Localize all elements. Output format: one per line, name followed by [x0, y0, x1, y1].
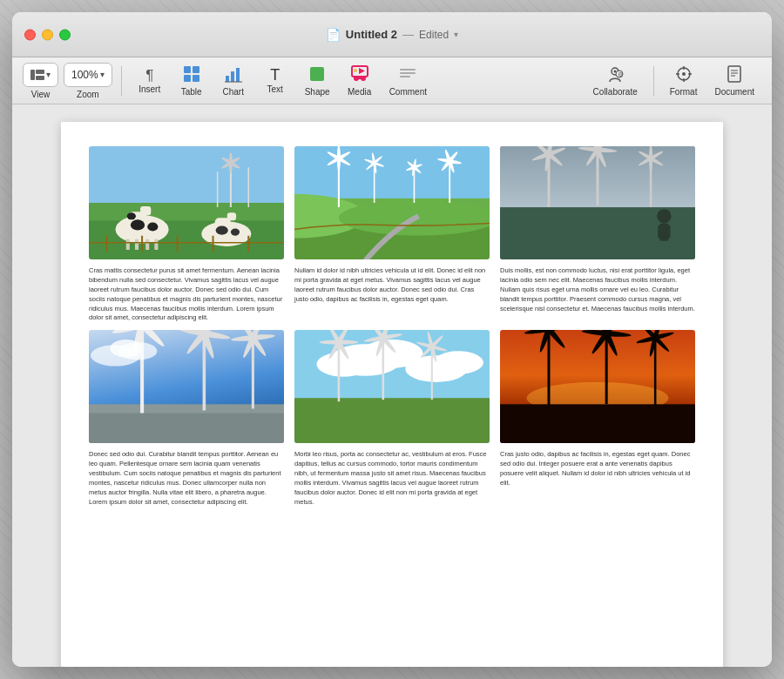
photo-cell-4: Donec sed odio dui. Curabitur blandit te…	[89, 330, 284, 507]
maximize-button[interactable]	[59, 29, 71, 40]
format-label: Format	[670, 87, 698, 97]
svg-rect-48	[135, 239, 139, 250]
view-label: View	[31, 90, 51, 99]
title-separator: —	[402, 28, 414, 41]
photo-cell-1: Cras mattis consectetur purus sit amet f…	[89, 146, 284, 323]
collaborate-button[interactable]: ⚙ Collaborate	[586, 61, 645, 101]
caption-4: Donec sed odio dui. Curabitur blandit te…	[89, 450, 284, 507]
view-zoom-group: ▾ View 100% ▾ Zoom	[23, 63, 112, 99]
photo-image-6	[500, 330, 695, 443]
format-icon	[675, 65, 693, 85]
chart-label: Chart	[222, 87, 243, 97]
svg-rect-4	[193, 66, 199, 73]
photo-image-5	[294, 330, 490, 443]
svg-rect-7	[226, 76, 229, 82]
svg-rect-0	[30, 70, 35, 80]
photo-cell-3: Duis mollis, est non commodo luctus, nis…	[500, 146, 695, 323]
zoom-button[interactable]: 100% ▾	[64, 63, 112, 87]
shape-label: Shape	[305, 87, 330, 97]
svg-rect-9	[236, 68, 240, 82]
photo-image-4	[89, 330, 284, 443]
svg-rect-37	[89, 203, 284, 220]
svg-rect-31	[728, 66, 740, 82]
svg-rect-103	[658, 225, 662, 238]
photo-grid-top: Cras mattis consectetur purus sit amet f…	[89, 146, 695, 323]
svg-point-16	[354, 69, 357, 72]
caption-2: Nullam id dolor id nibh ultricies vehicu…	[294, 266, 490, 305]
document-icon	[727, 65, 742, 85]
svg-rect-35	[89, 146, 284, 207]
svg-rect-15	[356, 77, 363, 79]
photo-cell-5: Morbi leo risus, porta ac consectetur ac…	[294, 330, 490, 507]
chevron-icon: ▾	[46, 70, 51, 79]
document-button[interactable]: Document	[707, 61, 761, 101]
document-status: Edited	[419, 29, 449, 41]
svg-rect-104	[666, 225, 670, 238]
svg-rect-56	[227, 212, 236, 220]
shape-icon	[308, 65, 326, 85]
table-button[interactable]: Table	[172, 61, 211, 101]
text-button[interactable]: Text	[256, 61, 294, 101]
chart-icon	[225, 65, 242, 85]
svg-rect-1	[36, 70, 44, 74]
divider-2	[653, 66, 654, 96]
traffic-lights	[24, 29, 71, 40]
pages-icon: 📄	[326, 28, 341, 42]
svg-rect-46	[140, 206, 151, 215]
view-button[interactable]: ▾	[23, 63, 58, 87]
titlebar: 📄 Untitled 2 — Edited ▾	[12, 12, 772, 57]
svg-rect-50	[154, 239, 158, 250]
zoom-label: Zoom	[77, 90, 99, 99]
svg-rect-11	[310, 67, 324, 81]
caption-1: Cras mattis consectetur purus sit amet f…	[89, 266, 284, 323]
text-label: Text	[267, 84, 283, 94]
svg-point-127	[316, 353, 369, 378]
divider-1	[121, 66, 122, 96]
svg-point-26	[682, 72, 686, 76]
text-icon	[270, 67, 280, 83]
photo-cell-6: Cras justo odio, dapibus ac facilisis in…	[500, 330, 695, 507]
minimize-button[interactable]	[42, 29, 53, 40]
media-label: Media	[348, 87, 371, 97]
svg-point-129	[434, 352, 483, 374]
media-button[interactable]: Media	[341, 61, 379, 101]
format-button[interactable]: Format	[663, 61, 705, 101]
svg-text:⚙: ⚙	[618, 71, 623, 77]
view-icon	[30, 70, 44, 80]
photo-image-2	[294, 146, 490, 259]
svg-rect-124	[294, 398, 490, 443]
insert-label: Insert	[139, 84, 160, 94]
collaborate-icon: ⚙	[605, 65, 625, 85]
app-window: 📄 Untitled 2 — Edited ▾ ▾ View	[12, 12, 772, 667]
svg-point-53	[127, 212, 136, 219]
photo-image-3	[500, 146, 695, 259]
document-label: Document	[714, 87, 754, 97]
document-title: Untitled 2	[346, 28, 397, 41]
svg-rect-2	[36, 76, 44, 80]
svg-rect-3	[184, 66, 191, 73]
svg-rect-5	[184, 75, 191, 82]
zoom-chevron-icon: ▾	[100, 70, 105, 79]
insert-button[interactable]: ¶ Insert	[131, 61, 169, 101]
caption-6: Cras justo odio, dapibus ac facilisis in…	[500, 450, 695, 488]
svg-marker-17	[359, 68, 365, 74]
zoom-value: 100%	[71, 69, 98, 81]
chevron-down-icon[interactable]: ▾	[454, 30, 458, 39]
shape-button[interactable]: Shape	[298, 61, 337, 101]
caption-3: Duis mollis, est non commodo luctus, nis…	[500, 266, 695, 313]
collaborate-label: Collaborate	[593, 87, 638, 97]
svg-point-122	[110, 340, 142, 357]
page: Cras mattis consectetur purus sit amet f…	[61, 122, 723, 667]
svg-rect-107	[89, 413, 284, 443]
svg-rect-47	[126, 239, 130, 250]
chart-button[interactable]: Chart	[214, 61, 253, 101]
table-icon	[183, 65, 200, 85]
close-button[interactable]	[24, 29, 36, 40]
svg-rect-156	[500, 405, 695, 444]
svg-rect-8	[231, 71, 234, 82]
svg-point-57	[216, 225, 228, 234]
comment-button[interactable]: Comment	[382, 61, 434, 101]
document-area: Cras mattis consectetur purus sit amet f…	[12, 104, 772, 667]
svg-point-101	[657, 209, 671, 223]
svg-point-52	[147, 222, 158, 231]
